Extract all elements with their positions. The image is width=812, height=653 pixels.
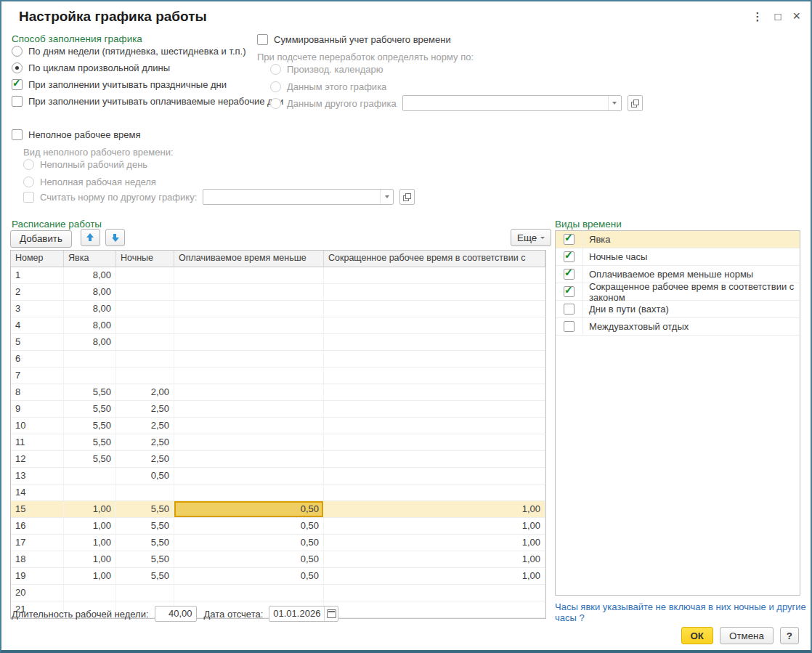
radio-by-week-days-label[interactable]: По дням недели (пятидневка, шестидневка … xyxy=(28,46,246,57)
time-kind-row-4[interactable]: Дни в пути (вахта) xyxy=(556,301,800,318)
cell-day10-col0[interactable]: 10 xyxy=(11,418,64,434)
time-kind-label[interactable]: Сокращенное рабочее время в соответствии… xyxy=(583,281,800,303)
summarized-time-label[interactable]: Суммированный учет рабочего времени xyxy=(274,34,451,45)
cell-day2-col4[interactable] xyxy=(324,284,545,300)
cell-day15-col1[interactable]: 1,00 xyxy=(64,501,116,517)
column-header-3[interactable]: Оплачиваемое время меньше нормы xyxy=(174,251,324,267)
cell-day16-col2[interactable]: 5,50 xyxy=(116,518,174,534)
table-row-19[interactable]: 191,005,500,501,00 xyxy=(11,568,545,585)
calendar-button[interactable] xyxy=(324,607,338,621)
help-question-icon[interactable]: ? xyxy=(579,612,584,623)
cell-day5-col2[interactable] xyxy=(116,334,174,350)
time-kind-checkbox-cell[interactable] xyxy=(556,248,583,265)
time-kind-label[interactable]: Междувахтовый отдых xyxy=(583,321,689,332)
cell-day15-col3[interactable]: 0,50 xyxy=(174,501,324,517)
cell-day9-col4[interactable] xyxy=(324,401,545,417)
consider-paid-nonworking-label[interactable]: При заполнении учитывать оплачиваемые не… xyxy=(28,96,283,107)
cell-day6-col0[interactable]: 6 xyxy=(11,351,64,367)
cell-day18-col2[interactable]: 5,50 xyxy=(116,551,174,567)
other-schedule-input[interactable] xyxy=(402,95,622,111)
cell-day8-col2[interactable]: 2,00 xyxy=(116,384,174,400)
cell-day17-col2[interactable]: 5,50 xyxy=(116,535,174,551)
cell-day6-col1[interactable] xyxy=(64,351,116,367)
cell-day3-col4[interactable] xyxy=(324,301,545,317)
time-kind-label[interactable]: Ночные часы xyxy=(583,251,647,262)
ok-button[interactable]: ОК xyxy=(681,627,714,644)
cell-day18-col0[interactable]: 18 xyxy=(11,551,64,567)
open-button[interactable] xyxy=(399,189,415,205)
cell-day14-col1[interactable] xyxy=(64,484,116,500)
cell-day11-col3[interactable] xyxy=(174,434,324,450)
cell-day19-col4[interactable]: 1,00 xyxy=(324,568,545,584)
cell-day16-col4[interactable]: 1,00 xyxy=(324,518,545,534)
week-length-input[interactable]: 40,00 xyxy=(155,606,197,622)
cell-day2-col3[interactable] xyxy=(174,284,324,300)
cell-day1-col0[interactable]: 1 xyxy=(11,267,64,283)
cell-day1-col1[interactable]: 8,00 xyxy=(64,267,116,283)
time-kind-label[interactable]: Дни в пути (вахта) xyxy=(583,304,669,315)
cell-day18-col1[interactable]: 1,00 xyxy=(64,551,116,567)
cell-day3-col2[interactable] xyxy=(116,301,174,317)
cell-day18-col4[interactable]: 1,00 xyxy=(324,551,545,567)
cell-day10-col2[interactable]: 2,50 xyxy=(116,418,174,434)
cell-day12-col3[interactable] xyxy=(174,451,324,467)
cell-day16-col0[interactable]: 16 xyxy=(11,518,64,534)
cell-day16-col1[interactable]: 1,00 xyxy=(64,518,116,534)
cell-day12-col0[interactable]: 12 xyxy=(11,451,64,467)
hint-text[interactable]: Часы явки указывайте не включая в них но… xyxy=(555,601,806,623)
cell-day11-col1[interactable]: 5,50 xyxy=(64,434,116,450)
cell-day14-col4[interactable] xyxy=(324,484,545,500)
table-row-4[interactable]: 48,00 xyxy=(11,317,545,334)
column-header-4[interactable]: Сокращенное рабочее время в соответствии… xyxy=(324,251,545,267)
start-date-value[interactable]: 01.01.2026 xyxy=(269,607,324,621)
column-header-2[interactable]: Ночные часы xyxy=(116,251,174,267)
checkbox-icon[interactable] xyxy=(564,234,575,245)
cell-day20-col0[interactable]: 20 xyxy=(11,585,64,601)
checkbox-icon[interactable] xyxy=(12,129,23,140)
radio-icon[interactable] xyxy=(12,46,23,57)
attendance-hint-link[interactable]: Часы явки указывайте не включая в них но… xyxy=(555,601,808,623)
cell-day8-col0[interactable]: 8 xyxy=(11,384,64,400)
cell-day1-col2[interactable] xyxy=(116,267,174,283)
cell-day10-col1[interactable]: 5,50 xyxy=(64,418,116,434)
cell-day3-col3[interactable] xyxy=(174,301,324,317)
more-button[interactable]: Еще xyxy=(511,229,551,246)
cell-day21-col4[interactable] xyxy=(324,601,545,617)
cell-day8-col4[interactable] xyxy=(324,384,545,400)
cell-day2-col1[interactable]: 8,00 xyxy=(64,284,116,300)
cell-day6-col2[interactable] xyxy=(116,351,174,367)
cell-day14-col3[interactable] xyxy=(174,484,324,500)
cell-day17-col4[interactable]: 1,00 xyxy=(324,535,545,551)
maximize-icon[interactable]: □ xyxy=(774,10,781,23)
time-kind-checkbox-cell[interactable] xyxy=(556,266,583,283)
checkbox-icon[interactable] xyxy=(12,79,23,90)
cell-day4-col1[interactable]: 8,00 xyxy=(64,317,116,333)
time-kind-checkbox-cell[interactable] xyxy=(556,231,583,248)
cell-day13-col3[interactable] xyxy=(174,468,324,484)
cell-day10-col3[interactable] xyxy=(174,418,324,434)
time-kind-label[interactable]: Оплачиваемое время меньше нормы xyxy=(583,269,753,280)
cell-day7-col3[interactable] xyxy=(174,368,324,384)
cell-day4-col2[interactable] xyxy=(116,317,174,333)
cell-day15-col2[interactable]: 5,50 xyxy=(116,501,174,517)
norm-other-schedule-value[interactable] xyxy=(203,190,380,204)
cell-day7-col4[interactable] xyxy=(324,368,545,384)
cell-day11-col0[interactable]: 11 xyxy=(11,434,64,450)
cell-day3-col1[interactable]: 8,00 xyxy=(64,301,116,317)
cancel-button[interactable]: Отмена xyxy=(720,627,774,644)
cell-day7-col2[interactable] xyxy=(116,368,174,384)
table-row-1[interactable]: 18,00 xyxy=(11,267,545,284)
cell-day1-col3[interactable] xyxy=(174,267,324,283)
start-date-input[interactable]: 01.01.2026 xyxy=(269,606,338,622)
consider-holidays-label[interactable]: При заполнении учитывать праздничные дни xyxy=(28,79,227,90)
cell-day17-col1[interactable]: 1,00 xyxy=(64,535,116,551)
cell-day5-col3[interactable] xyxy=(174,334,324,350)
cell-day10-col4[interactable] xyxy=(324,418,545,434)
checkbox-consider-paid-nonworking[interactable]: При заполнении учитывать оплачиваемые не… xyxy=(12,93,283,109)
cell-day8-col3[interactable] xyxy=(174,384,324,400)
time-kind-checkbox-cell[interactable] xyxy=(556,301,583,317)
cell-day6-col4[interactable] xyxy=(324,351,545,367)
table-row-14[interactable]: 14 xyxy=(11,484,545,501)
table-row-12[interactable]: 125,502,50 xyxy=(11,451,545,468)
cell-day3-col0[interactable]: 3 xyxy=(11,301,64,317)
